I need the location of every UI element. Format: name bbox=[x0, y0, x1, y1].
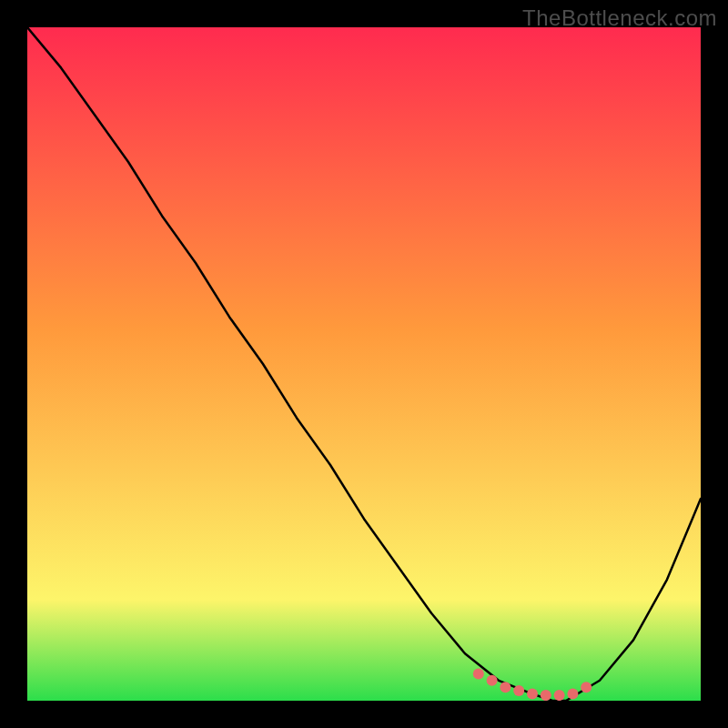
optimal-range-marker bbox=[554, 690, 565, 701]
optimal-range-marker bbox=[581, 682, 592, 693]
optimal-range-marker bbox=[473, 668, 484, 679]
optimal-range-marker bbox=[527, 689, 538, 700]
plot-area bbox=[27, 27, 701, 701]
chart-overlay bbox=[27, 27, 701, 701]
optimal-range-marker bbox=[500, 682, 511, 693]
bottleneck-curve bbox=[27, 27, 701, 701]
optimal-range-marker bbox=[567, 689, 578, 700]
optimal-range-marker bbox=[513, 685, 524, 696]
optimal-range-marker bbox=[487, 675, 498, 686]
optimal-range-marker bbox=[541, 690, 551, 701]
watermark-text: TheBottleneck.com bbox=[522, 5, 717, 31]
canvas: TheBottleneck.com bbox=[0, 0, 728, 728]
